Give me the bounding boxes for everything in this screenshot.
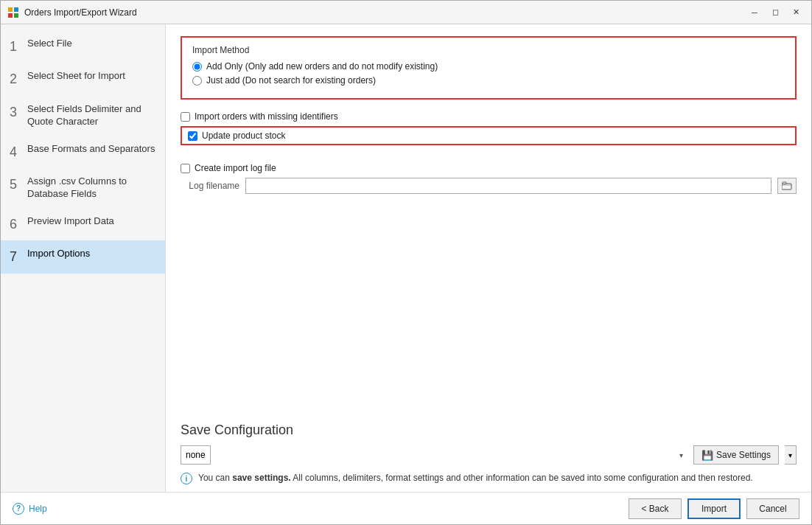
sidebar-number-3: 3: [10, 104, 27, 121]
svg-rect-4: [782, 184, 791, 190]
import-method-legend: Import Method: [192, 45, 785, 55]
update-stock-box: Update product stock: [181, 126, 797, 145]
info-text: You can save settings. All columns, deli…: [198, 472, 753, 484]
save-settings-arrow-button[interactable]: ▾: [785, 445, 797, 465]
title-bar: Orders Import/Export Wizard ─ ◻ ✕: [1, 1, 811, 24]
sidebar-item-select-sheet[interactable]: 2 Select Sheet for Import: [1, 63, 165, 95]
checkbox-label-missing-identifiers[interactable]: Import orders with missing identifiers: [195, 111, 338, 122]
main-content: 1 Select File 2 Select Sheet for Import …: [1, 24, 811, 492]
svg-rect-2: [8, 13, 13, 18]
save-icon: 💾: [701, 450, 713, 461]
sidebar-number-7: 7: [10, 248, 27, 265]
radio-label-just-add[interactable]: Just add (Do not search for existing ord…: [206, 75, 376, 86]
radio-row-just-add: Just add (Do not search for existing ord…: [192, 75, 785, 86]
window-controls: ─ ◻ ✕: [745, 4, 805, 21]
cancel-button[interactable]: Cancel: [746, 498, 799, 519]
app-icon: [7, 6, 20, 19]
radio-add-only[interactable]: [192, 62, 202, 72]
sidebar-number-5: 5: [10, 176, 27, 193]
svg-rect-0: [8, 7, 13, 12]
spacer: [181, 194, 797, 408]
log-filename-label: Log filename: [181, 181, 239, 191]
save-config-row: none 💾 Save Settings ▾: [181, 445, 797, 465]
sidebar-number-1: 1: [10, 38, 27, 55]
log-section: Create import log file Log filename: [181, 159, 797, 194]
checkbox-missing-identifiers[interactable]: [181, 112, 190, 122]
sidebar-item-select-file[interactable]: 1 Select File: [1, 30, 165, 63]
sidebar-item-base-formats[interactable]: 4 Base Formats and Separators: [1, 136, 165, 168]
info-row: i You can save settings. All columns, de…: [181, 472, 797, 484]
radio-row-add-only: Add Only (Only add new orders and do not…: [192, 61, 785, 72]
help-icon: ?: [13, 503, 24, 515]
save-config-section: Save Configuration none 💾 Save Settings …: [181, 408, 797, 484]
sidebar-label-7: Import Options: [27, 248, 156, 260]
footer: ? Help < Back Import Cancel: [1, 492, 811, 524]
sidebar-item-assign-columns[interactable]: 5 Assign .csv Columns to Database Fields: [1, 168, 165, 208]
checkbox-create-log[interactable]: [181, 164, 190, 173]
info-icon: i: [181, 473, 192, 484]
sidebar-label-2: Select Sheet for Import: [27, 70, 156, 83]
radio-just-add[interactable]: [192, 76, 202, 86]
sidebar: 1 Select File 2 Select Sheet for Import …: [1, 24, 166, 492]
sidebar-label-3: Select Fields Delimiter and Quote Charac…: [27, 103, 156, 128]
sidebar-item-preview[interactable]: 6 Preview Import Data: [1, 208, 165, 240]
help-button[interactable]: ? Help: [13, 503, 47, 515]
import-method-box: Import Method Add Only (Only add new ord…: [181, 36, 797, 100]
import-button[interactable]: Import: [687, 498, 741, 519]
config-dropdown-wrapper: none: [181, 445, 687, 465]
back-button[interactable]: < Back: [629, 498, 682, 519]
checkbox-row-missing-identifiers: Import orders with missing identifiers: [181, 111, 797, 122]
config-dropdown[interactable]: none: [181, 445, 211, 465]
help-label: Help: [29, 504, 47, 514]
log-filename-row: Log filename: [181, 178, 797, 194]
sidebar-item-fields-delimiter[interactable]: 3 Select Fields Delimiter and Quote Char…: [1, 96, 165, 136]
svg-rect-3: [14, 13, 18, 18]
save-config-title: Save Configuration: [181, 423, 797, 438]
save-settings-button[interactable]: 💾 Save Settings: [693, 445, 779, 465]
checkbox-update-stock[interactable]: [188, 131, 197, 141]
close-button[interactable]: ✕: [786, 4, 805, 21]
sidebar-number-6: 6: [10, 216, 27, 233]
sidebar-label-6: Preview Import Data: [27, 215, 156, 228]
wizard-window: Orders Import/Export Wizard ─ ◻ ✕ 1 Sele…: [0, 0, 812, 525]
svg-rect-5: [783, 182, 786, 184]
log-filename-input[interactable]: [245, 178, 771, 194]
save-settings-label: Save Settings: [716, 450, 771, 460]
log-browse-button[interactable]: [777, 178, 797, 194]
window-title: Orders Import/Export Wizard: [24, 7, 745, 18]
svg-rect-1: [14, 7, 18, 12]
minimize-button[interactable]: ─: [745, 4, 764, 21]
checkbox-label-update-stock[interactable]: Update product stock: [202, 131, 285, 141]
sidebar-number-2: 2: [10, 71, 27, 88]
maximize-button[interactable]: ◻: [766, 4, 785, 21]
sidebar-label-4: Base Formats and Separators: [27, 143, 156, 156]
sidebar-number-4: 4: [10, 144, 27, 161]
checkbox-label-create-log[interactable]: Create import log file: [195, 163, 276, 173]
checkbox-row-create-log: Create import log file: [181, 163, 797, 173]
sidebar-item-import-options[interactable]: 7 Import Options: [1, 240, 165, 273]
content-area: Import Method Add Only (Only add new ord…: [166, 24, 811, 492]
sidebar-label-5: Assign .csv Columns to Database Fields: [27, 175, 156, 201]
sidebar-label-1: Select File: [27, 38, 156, 50]
radio-label-add-only[interactable]: Add Only (Only add new orders and do not…: [206, 61, 438, 72]
